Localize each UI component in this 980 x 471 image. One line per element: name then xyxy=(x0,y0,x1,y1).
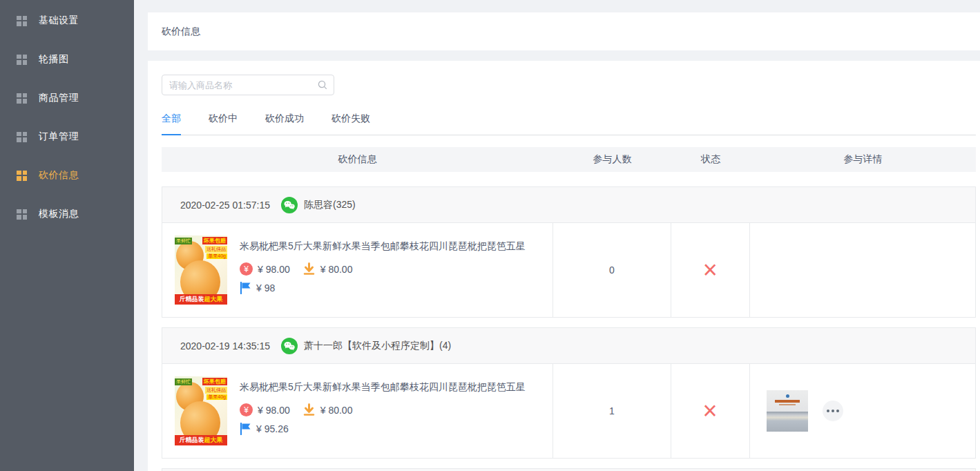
sidebar-item-label: 商品管理 xyxy=(39,92,79,104)
grid-icon xyxy=(17,16,27,26)
product-title: 米易枇杷果5斤大果新鲜水果当季包邮攀枝花四川琵琶枇把琵笆五星 xyxy=(240,239,526,253)
sidebar-item-basic-settings[interactable]: 基础设置 xyxy=(0,1,134,40)
content-card: 全部 砍价中 砍价成功 砍价失败 砍价信息 参与人数 状态 参与详情 2020-… xyxy=(148,61,980,471)
floor-price: ¥ 80.00 xyxy=(320,264,353,275)
product-image-badge: 果鲜忙 xyxy=(175,378,192,385)
search-box xyxy=(162,75,334,95)
wechat-icon xyxy=(281,338,298,354)
product-image-badge: 果鲜忙 xyxy=(175,238,192,244)
product-image-badge: 坏果包赔 xyxy=(202,237,227,244)
search-icon[interactable] xyxy=(317,79,328,90)
current-price-icon xyxy=(240,282,251,294)
original-price-icon: ¥ xyxy=(240,262,253,276)
participants-cell: 0 xyxy=(553,223,671,317)
tab-all[interactable]: 全部 xyxy=(162,112,181,135)
column-header-participation-detail: 参与详情 xyxy=(750,153,976,166)
more-participants-button[interactable] xyxy=(823,401,843,421)
table-row xyxy=(162,468,976,471)
sidebar-item-label: 砍价信息 xyxy=(39,169,79,182)
column-header-participants: 参与人数 xyxy=(553,153,671,166)
current-price-icon xyxy=(240,423,251,435)
status-failed-icon: × xyxy=(703,398,718,423)
page-title: 砍价信息 xyxy=(162,26,200,38)
original-price: ¥ 98.00 xyxy=(258,264,290,275)
product-image-badge: 坏果包赔 xyxy=(202,378,227,385)
bargain-info-cell: 果鲜忙 坏果包赔 送礼佳品 单果40g 斤精品装超大果 米易枇杷果5斤大果新鲜水… xyxy=(162,223,553,317)
column-header-status: 状态 xyxy=(671,153,750,166)
sidebar: 基础设置 轮播图 商品管理 订单管理 砍价信息 模板消息 xyxy=(0,0,134,471)
grid-icon xyxy=(17,209,27,220)
status-cell: × xyxy=(671,364,750,458)
tab-bargain-failed[interactable]: 砍价失败 xyxy=(332,112,370,135)
participants-count: 0 xyxy=(609,265,615,276)
tabs-bar: 全部 砍价中 砍价成功 砍价失败 xyxy=(162,112,976,135)
original-price-icon: ¥ xyxy=(240,403,253,416)
grid-icon xyxy=(17,93,27,104)
main-area: 砍价信息 全部 砍价中 砍价成功 砍价失败 砍价信息 参与人数 状态 参与详情 xyxy=(134,0,980,471)
sidebar-item-label: 模板消息 xyxy=(39,208,79,220)
grid-icon xyxy=(17,132,27,142)
current-price: ¥ 98 xyxy=(256,282,275,294)
current-price: ¥ 95.26 xyxy=(256,423,289,434)
table-row: 2020-02-19 14:35:15 萧十一郎【软件及小程序定制】( xyxy=(162,327,976,459)
floor-price-icon xyxy=(302,403,316,416)
participation-detail-cell xyxy=(750,364,975,458)
participants-cell: 1 xyxy=(553,364,671,458)
row-user: 萧十一郎【软件及小程序定制】(4) xyxy=(304,340,451,352)
row-datetime: 2020-02-25 01:57:15 xyxy=(180,200,270,211)
grid-icon xyxy=(17,171,27,181)
row-header: 2020-02-19 14:35:15 萧十一郎【软件及小程序定制】( xyxy=(162,328,975,364)
row-header: 2020-02-25 01:57:15 陈思容(325) xyxy=(162,187,975,223)
sidebar-item-product-management[interactable]: 商品管理 xyxy=(0,79,134,117)
row-cells: 果鲜忙 坏果包赔 送礼佳品 单果40g 斤精品装超大果 米易枇杷果5斤大果新鲜水… xyxy=(162,223,975,317)
product-image: 果鲜忙 坏果包赔 送礼佳品 单果40g 斤精品装超大果 xyxy=(175,236,227,305)
search-input[interactable] xyxy=(162,75,334,95)
sidebar-item-carousel[interactable]: 轮播图 xyxy=(0,40,134,79)
grid-icon xyxy=(17,55,27,65)
product-image: 果鲜忙 坏果包赔 送礼佳品 单果40g 斤精品装超大果 xyxy=(175,376,227,445)
sidebar-item-bargain-info[interactable]: 砍价信息 xyxy=(0,156,134,195)
floor-price-icon xyxy=(302,262,316,276)
row-cells: 果鲜忙 坏果包赔 送礼佳品 单果40g 斤精品装超大果 米易枇杷果5斤大果新鲜水… xyxy=(162,364,975,458)
table-row: 2020-02-25 01:57:15 陈思容(325) xyxy=(162,186,976,318)
participant-avatar[interactable] xyxy=(767,390,808,432)
sidebar-item-order-management[interactable]: 订单管理 xyxy=(0,117,134,156)
status-cell: × xyxy=(671,223,750,317)
product-image-badge: 送礼佳品 xyxy=(205,246,227,253)
original-price: ¥ 98.00 xyxy=(258,405,290,416)
row-datetime: 2020-02-19 14:35:15 xyxy=(180,340,270,352)
tab-bargaining[interactable]: 砍价中 xyxy=(209,112,238,135)
sidebar-item-label: 订单管理 xyxy=(39,131,79,143)
sidebar-item-label: 轮播图 xyxy=(39,53,69,66)
tab-bargain-success[interactable]: 砍价成功 xyxy=(265,112,304,135)
product-image-badge: 单果40g xyxy=(206,253,227,259)
sidebar-item-label: 基础设置 xyxy=(39,15,79,27)
floor-price: ¥ 80.00 xyxy=(320,405,353,416)
page-header: 砍价信息 xyxy=(148,12,980,50)
column-header-bargain-info: 砍价信息 xyxy=(162,153,553,166)
product-image-badge: 单果40g xyxy=(206,394,227,400)
product-image-badge: 送礼佳品 xyxy=(205,387,227,394)
product-image-strip: 斤精品装超大果 xyxy=(175,294,227,305)
sidebar-item-template-message[interactable]: 模板消息 xyxy=(0,195,134,233)
status-failed-icon: × xyxy=(703,258,718,282)
product-title: 米易枇杷果5斤大果新鲜水果当季包邮攀枝花四川琵琶枇把琵笆五星 xyxy=(240,380,526,394)
row-user: 陈思容(325) xyxy=(304,199,356,211)
wechat-icon xyxy=(281,197,298,213)
product-image-strip: 斤精品装超大果 xyxy=(175,435,227,445)
participants-count: 1 xyxy=(609,405,615,416)
bargain-info-cell: 果鲜忙 坏果包赔 送礼佳品 单果40g 斤精品装超大果 米易枇杷果5斤大果新鲜水… xyxy=(162,364,553,458)
table-header: 砍价信息 参与人数 状态 参与详情 xyxy=(162,147,976,172)
participation-detail-cell xyxy=(750,223,975,317)
